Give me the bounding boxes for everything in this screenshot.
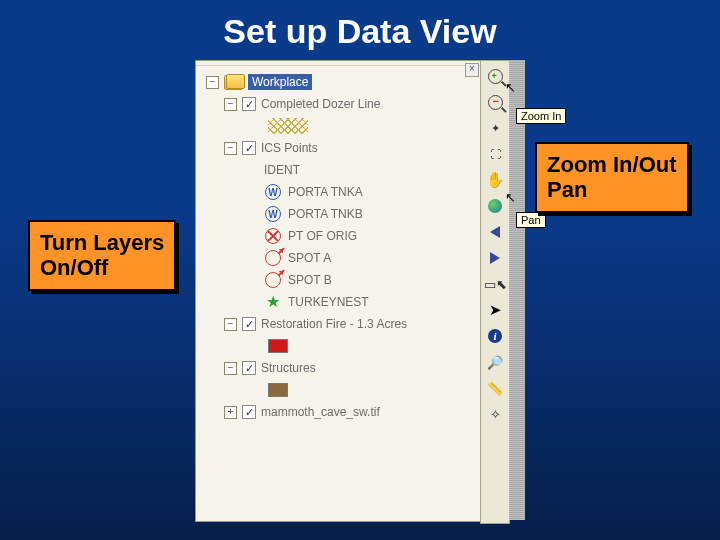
zoom-out-button[interactable]: − (483, 90, 507, 114)
layer-raster[interactable]: + ✓ mammoth_cave_sw.tif (224, 402, 477, 422)
select-elements-button[interactable]: ➤ (483, 298, 507, 322)
layer-ics[interactable]: − ✓ ICS Points (224, 138, 477, 158)
layer-dozer[interactable]: − ✓ Completed Dozer Line (224, 94, 477, 114)
color-swatch (268, 383, 288, 397)
point-symbol (264, 249, 282, 267)
dozer-swatch (264, 116, 477, 136)
layer-structures[interactable]: − ✓ Structures (224, 358, 477, 378)
identify-button[interactable]: i (483, 324, 507, 348)
point-symbol: W (264, 183, 282, 201)
layer-checkbox[interactable]: ✓ (242, 361, 256, 375)
callout-line1: Zoom In/Out (547, 152, 677, 177)
collapse-icon[interactable]: − (224, 318, 237, 331)
layer-label[interactable]: Restoration Fire - 1.3 Acres (261, 317, 407, 331)
arrow-left-icon (490, 226, 500, 238)
fixed-zoom-in-button[interactable]: ✦ (483, 116, 507, 140)
hatch-symbol (268, 118, 308, 134)
struct-swatch (264, 380, 477, 400)
point-label: PT OF ORIG (288, 229, 357, 243)
dataframe-icon (224, 75, 243, 90)
collapse-icon[interactable]: − (224, 362, 237, 375)
fixed-zoom-out-button[interactable]: ⛶ (483, 142, 507, 166)
forward-button[interactable] (483, 246, 507, 270)
expand-icon[interactable]: + (224, 406, 237, 419)
root-node[interactable]: − Workplace (206, 72, 477, 92)
toc-panel: × − Workplace − ✓ Completed Dozer Line −… (195, 60, 481, 522)
callout-line1: Turn Layers (40, 230, 164, 255)
find-button[interactable]: 🔎 (483, 350, 507, 374)
back-button[interactable] (483, 220, 507, 244)
point-symbol: W (264, 205, 282, 223)
table-of-contents: − Workplace − ✓ Completed Dozer Line − ✓… (196, 66, 481, 428)
slide: Set up Data View × − Workplace − ✓ Compl… (0, 0, 720, 540)
field-label: IDENT (264, 163, 300, 177)
select-features-button[interactable]: ▭⬉ (483, 272, 507, 296)
cursor-icon: ↖ (505, 190, 516, 205)
ics-field-heading: IDENT (264, 160, 477, 180)
layer-checkbox[interactable]: ✓ (242, 317, 256, 331)
point-symbol (264, 271, 282, 289)
info-icon: i (488, 329, 502, 343)
pan-button[interactable]: ✋ (483, 168, 507, 192)
measure-button[interactable]: 📏 (483, 376, 507, 400)
ics-point-spota: SPOT A (264, 248, 477, 268)
point-label: PORTA TNKB (288, 207, 363, 221)
point-label: PORTA TNKA (288, 185, 363, 199)
point-label: SPOT B (288, 273, 332, 287)
ics-point-tnkb: W PORTA TNKB (264, 204, 477, 224)
slide-title: Set up Data View (0, 0, 720, 51)
ics-point-turkey: ★ TURKEYNEST (264, 292, 477, 312)
callout-zoom-pan: Zoom In/Out Pan (535, 142, 689, 213)
zoom-in-button[interactable]: + (483, 64, 507, 88)
point-symbol (264, 227, 282, 245)
close-icon[interactable]: × (465, 63, 479, 77)
point-label: TURKEYNEST (288, 295, 369, 309)
collapse-icon[interactable]: − (224, 142, 237, 155)
tools-toolbar: + − ✦ ⛶ ✋ ▭⬉ ➤ i 🔎 📏 ✧ (480, 60, 510, 524)
fire-swatch (264, 336, 477, 356)
point-symbol: ★ (264, 293, 282, 311)
layer-label[interactable]: Completed Dozer Line (261, 97, 380, 111)
tooltip-zoom-in: Zoom In (516, 108, 566, 124)
ics-point-orig: PT OF ORIG (264, 226, 477, 246)
root-label[interactable]: Workplace (248, 74, 312, 90)
arrow-right-icon (490, 252, 500, 264)
full-extent-button[interactable] (483, 194, 507, 218)
panel-top (196, 61, 481, 66)
go-to-xy-button[interactable]: ✧ (483, 402, 507, 426)
layer-fire[interactable]: − ✓ Restoration Fire - 1.3 Acres (224, 314, 477, 334)
layer-checkbox[interactable]: ✓ (242, 141, 256, 155)
layer-checkbox[interactable]: ✓ (242, 405, 256, 419)
callout-line2: On/Off (40, 255, 108, 280)
callout-layers: Turn Layers On/Off (28, 220, 176, 291)
point-label: SPOT A (288, 251, 331, 265)
layer-checkbox[interactable]: ✓ (242, 97, 256, 111)
layer-label[interactable]: ICS Points (261, 141, 318, 155)
ics-point-spotb: SPOT B (264, 270, 477, 290)
ics-point-tnka: W PORTA TNKA (264, 182, 477, 202)
layer-label[interactable]: mammoth_cave_sw.tif (261, 405, 380, 419)
cursor-icon: ↖ (505, 80, 516, 95)
callout-line2: Pan (547, 177, 587, 202)
layer-label[interactable]: Structures (261, 361, 316, 375)
color-swatch (268, 339, 288, 353)
map-edge (509, 60, 525, 520)
tooltip-pan: Pan (516, 212, 546, 228)
globe-icon (488, 199, 502, 213)
collapse-icon[interactable]: − (206, 76, 219, 89)
collapse-icon[interactable]: − (224, 98, 237, 111)
